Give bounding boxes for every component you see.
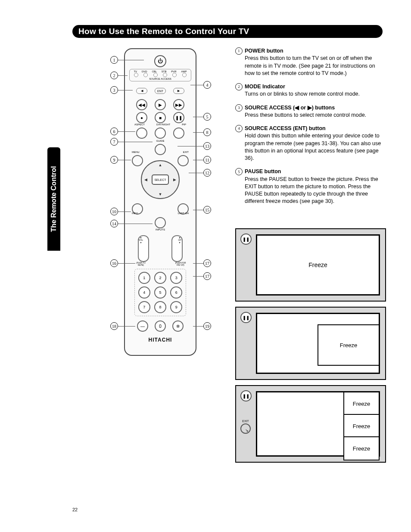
daynight-label: DAY/NIGHT — [156, 123, 170, 126]
guide-label: GUIDE — [156, 140, 164, 142]
transport-row-2: ● ■ ❚❚ — [136, 112, 184, 123]
source-left-icon: ◀ — [136, 88, 147, 94]
desc-title: SOURCE ACCESS (ENT) button — [245, 125, 326, 131]
exit-icon: ↘ — [240, 423, 251, 434]
desc-num: 3 — [235, 104, 243, 112]
callout-4: 4 — [203, 81, 211, 89]
freeze-mode-2: ❚❚ Freeze — [235, 307, 386, 380]
desc-num: 5 — [235, 168, 243, 175]
freeze-strip-2: Freeze — [343, 414, 380, 438]
callout-8: 8 — [203, 128, 211, 136]
info-label: INFO — [132, 212, 138, 215]
descriptions-column: 1 POWER buttonPress this button to turn … — [235, 47, 386, 212]
led-icon — [153, 73, 158, 77]
callout-1: 1 — [110, 56, 118, 64]
source-access-label: SOURCE ACCESS — [131, 78, 189, 80]
lead-line — [118, 263, 135, 264]
callout-15: 15 — [203, 206, 211, 214]
aspect-label: ASPECT — [134, 123, 145, 126]
pause-icon: ❚❚ — [240, 390, 252, 401]
lead-line — [118, 131, 135, 132]
dpad-left-icon: ◀ — [144, 177, 147, 182]
num-4: 4 — [138, 286, 150, 299]
callout-11: 11 — [203, 156, 211, 164]
ffwd-icon: ▶▶ — [173, 99, 184, 110]
play-icon: ▶ — [155, 99, 166, 110]
pause-icon: ❚❚ — [173, 112, 184, 123]
callout-19: 19 — [203, 322, 211, 330]
light-button: ✲ — [172, 320, 184, 332]
num-9: 9 — [170, 301, 182, 313]
desc-title: MODE Indicator — [245, 84, 285, 90]
led-icon — [182, 73, 187, 77]
lead-line — [177, 146, 203, 146]
num-0: 0 — [155, 320, 166, 332]
tv-frame: Freeze — [256, 313, 380, 374]
brand-label: HITACHI — [149, 337, 172, 343]
info-lastch-labels: INFO LAST CH — [132, 212, 189, 215]
led-icon — [163, 73, 167, 77]
pause-icon: ❚❚ — [240, 312, 252, 323]
callout-17b: 17 — [203, 272, 211, 280]
desc-text: Hold down this button while entering you… — [245, 133, 381, 161]
exit-label: EXIT — [183, 151, 189, 153]
dpad-up-icon: ▲ — [159, 163, 162, 167]
dash-button: — — [137, 320, 148, 332]
lastch-label: LAST CH — [178, 212, 189, 215]
freeze-diagrams: ❚❚ Freeze ❚❚ Freeze ❚❚ EXIT ↘ Freeze Fre… — [235, 228, 386, 468]
lead-line — [118, 60, 144, 60]
desc-title: POWER button — [245, 48, 283, 54]
section-title-bar: How to Use the Remote to Control Your TV — [72, 25, 383, 38]
callout-2: 2 — [110, 72, 118, 79]
desc-item-2: 2 MODE IndicatorTurns on or blinks to sh… — [235, 83, 386, 98]
freeze-label: Freeze — [353, 401, 370, 407]
callout-10: 10 — [110, 208, 118, 215]
desc-item-1: 1 POWER buttonPress this button to turn … — [235, 47, 386, 77]
desc-item-3: 3 SOURCE ACCESS (◀ or ▶) buttonsPress th… — [235, 104, 386, 119]
callout-3: 3 — [110, 86, 118, 94]
desc-text: Press the PAUSE button to freeze the pic… — [245, 176, 378, 205]
source-right-icon: ▶ — [173, 88, 184, 94]
desc-item-5: 5 PAUSE buttonPress the PAUSE button to … — [235, 168, 386, 205]
pip-button — [173, 128, 184, 139]
aspect-day-pip-labels: ASPECT DAY/NIGHT PIP — [134, 123, 186, 126]
num-3: 3 — [170, 272, 182, 284]
desc-num: 1 — [235, 47, 243, 55]
freeze-mode-1: ❚❚ Freeze — [235, 228, 386, 302]
inputs-label: INPUTS — [156, 228, 165, 231]
lead-line — [118, 90, 133, 90]
rewind-icon: ◀◀ — [136, 99, 147, 110]
freeze-pip: Freeze — [318, 324, 380, 366]
aspect-row — [136, 128, 184, 139]
dpad-right-icon: ▶ — [173, 177, 176, 182]
callout-9: 9 — [110, 156, 118, 164]
desc-text: Press this button to turn the TV set on … — [245, 55, 375, 76]
page-number: 22 — [72, 507, 78, 512]
num-2: 2 — [154, 272, 166, 284]
lead-line — [193, 263, 203, 264]
dpad-down-icon: ▼ — [159, 192, 162, 196]
callout-12: 12 — [203, 169, 211, 177]
lead-line — [193, 132, 203, 133]
manual-page: How to Use the Remote to Control Your TV… — [0, 0, 411, 532]
guide-button — [155, 144, 166, 155]
mode-stb: STB — [162, 70, 167, 73]
menu-label: MENU — [132, 151, 140, 153]
lead-line — [190, 85, 203, 85]
desc-text: Press these buttons to select remote con… — [245, 112, 366, 118]
led-icon — [143, 73, 148, 77]
vol-label: ▲ VOL ▼ — [134, 236, 147, 244]
mode-dvd: DVD — [142, 70, 147, 73]
desc-text: Turns on or blinks to show remote contro… — [245, 91, 360, 97]
desc-title: PAUSE button — [245, 168, 281, 174]
exit-text: EXIT — [242, 420, 249, 423]
num-7: 7 — [138, 301, 150, 313]
freeze-strip-1: Freeze — [343, 392, 380, 416]
lead-line — [193, 326, 203, 327]
exit-label: EXIT ↘ — [240, 420, 251, 434]
desc-num: 2 — [235, 83, 243, 90]
mode-cbl: CBL — [152, 70, 157, 73]
lead-line — [189, 173, 203, 173]
led-icon — [172, 73, 177, 77]
desc-num: 4 — [235, 125, 243, 132]
